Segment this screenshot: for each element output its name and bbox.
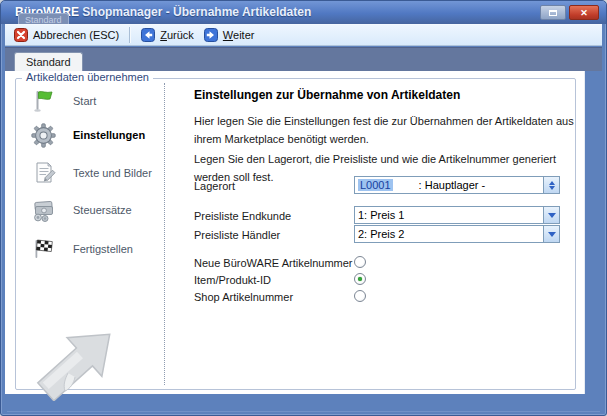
window-controls: ✕: [540, 5, 599, 20]
close-button[interactable]: ✕: [569, 5, 599, 20]
title-bar: BüroWARE Shopmanager - Übernahme Artikel…: [1, 1, 606, 24]
wizard-step-label: Start: [73, 95, 96, 107]
arrow-right-icon: [204, 28, 218, 42]
wizard-step-label: Einstellungen: [73, 129, 145, 141]
chevron-down-icon: [548, 232, 556, 237]
green-flag-icon: [30, 88, 57, 115]
close-icon: ✕: [580, 8, 588, 18]
wizard-step-texte-bilder[interactable]: Texte und Bilder: [30, 159, 152, 187]
groupbox-artikeldaten: Artikeldaten übernehmen Start: [15, 78, 576, 390]
next-button[interactable]: Weiter: [199, 27, 260, 43]
content-area: Artikeldaten übernehmen Start: [5, 71, 585, 394]
tab-strip: Standard: [5, 47, 602, 71]
tab-standard[interactable]: Standard: [14, 52, 83, 71]
preisliste-endkunde-dropdown[interactable]: 1: Preis 1: [354, 206, 560, 224]
ghost-standard-tab-label: Standard: [18, 13, 69, 24]
restore-button[interactable]: [540, 5, 566, 20]
red-x-icon: [14, 28, 28, 42]
restore-icon: [549, 10, 557, 16]
wizard-step-steuersaetze[interactable]: Steuersätze: [30, 196, 132, 224]
app-window: BüroWARE Shopmanager - Übernahme Artikel…: [0, 0, 607, 416]
big-arrow-watermark: [30, 321, 130, 401]
back-button[interactable]: Zurück: [136, 27, 199, 43]
arrow-left-icon: [141, 28, 155, 42]
cancel-button-label: Abbrechen (ESC): [33, 29, 119, 41]
page-title: Einstellungen zur Übernahme von Artikeld…: [194, 88, 460, 102]
lagerort-spinner[interactable]: [543, 177, 559, 193]
lagerort-value-selected: L0001: [358, 179, 393, 191]
radio-label: Neue BüroWARE Artikelnummer: [194, 257, 353, 269]
wizard-step-fertigstellen[interactable]: Fertigstellen: [30, 235, 133, 263]
preisliste-haendler-label: Preisliste Händler: [194, 229, 280, 241]
preisliste-endkunde-label: Preisliste Endkunde: [194, 210, 291, 222]
radio-row-neue-artikelnummer: Neue BüroWARE Artikelnummer: [194, 256, 353, 270]
dropdown-button[interactable]: [543, 207, 559, 223]
preisliste-haendler-value: 2: Preis 2: [355, 226, 543, 242]
back-button-label: Zurück: [160, 29, 194, 41]
lagerort-value: L0001 : Hauptlager -: [355, 177, 543, 193]
wizard-step-label: Steuersätze: [73, 204, 132, 216]
groupbox-legend: Artikeldaten übernehmen: [22, 71, 153, 83]
window-frame-edge: [7, 411, 600, 412]
radio-row-item-produkt-id: Item/Produkt-ID: [194, 273, 271, 287]
gear-icon: [30, 122, 57, 149]
radio-shop-artikelnummer[interactable]: [354, 290, 366, 302]
cancel-button[interactable]: Abbrechen (ESC): [9, 27, 124, 43]
window-title-rest: Shopmanager - Übernahme Artikeldaten: [79, 5, 311, 19]
radio-row-shop-artikelnummer: Shop Artikelnummer: [194, 290, 293, 304]
chevron-down-icon: [548, 213, 556, 218]
document-pencil-icon: [30, 160, 57, 187]
dropdown-button[interactable]: [543, 226, 559, 242]
spinner-up-icon: [549, 181, 555, 185]
radio-label: Item/Produkt-ID: [194, 274, 271, 286]
wizard-step-einstellungen[interactable]: Einstellungen: [30, 121, 145, 149]
next-button-label: Weiter: [223, 29, 255, 41]
preisliste-haendler-dropdown[interactable]: 2: Preis 2: [354, 225, 560, 243]
checkered-flag-icon: [30, 236, 57, 263]
money-icon: [30, 197, 57, 224]
spinner-down-icon: [549, 186, 555, 190]
lagerort-label: Lagerort: [194, 180, 235, 192]
wizard-step-start[interactable]: Start: [30, 87, 96, 115]
wizard-step-label: Texte und Bilder: [73, 167, 152, 179]
ghost-standard-tab: Standard: [18, 13, 69, 24]
preisliste-endkunde-value: 1: Preis 1: [355, 207, 543, 223]
radio-neue-artikelnummer[interactable]: [354, 256, 366, 268]
radio-label: Shop Artikelnummer: [194, 291, 293, 303]
sidebar-separator: [164, 83, 165, 385]
radio-item-produkt-id[interactable]: [354, 273, 366, 285]
intro-text-1: Hier legen Sie die Einstellungen fest di…: [194, 112, 576, 148]
toolbar: Abbrechen (ESC) Zurück Weiter: [5, 24, 602, 46]
wizard-step-label: Fertigstellen: [73, 243, 133, 255]
lagerort-field[interactable]: L0001 : Hauptlager -: [354, 176, 560, 194]
lagerort-value-rest: : Hauptlager -: [419, 179, 486, 191]
toolbar-separator: [129, 27, 131, 43]
